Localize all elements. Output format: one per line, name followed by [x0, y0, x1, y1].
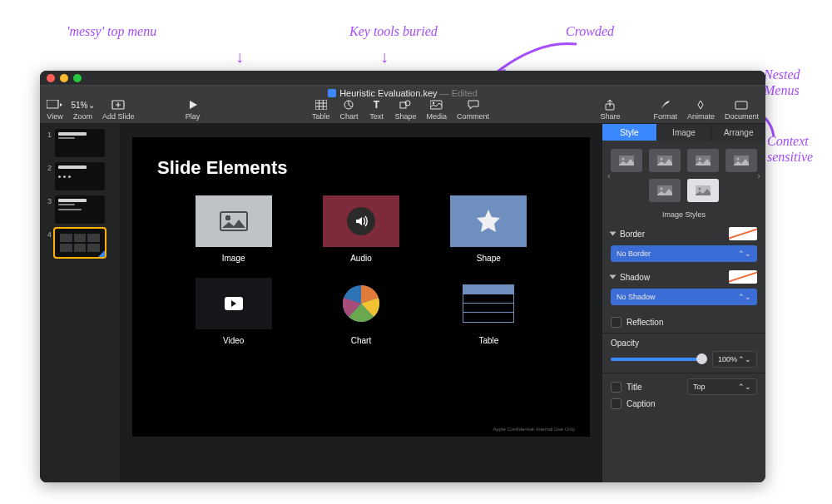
- titlebar: [40, 71, 765, 86]
- chevron-left-icon[interactable]: ‹: [607, 170, 611, 180]
- style-swatch[interactable]: [649, 179, 681, 202]
- svg-rect-0: [47, 100, 58, 108]
- chevron-updown-icon: ⌃⌄: [738, 293, 751, 301]
- element-image[interactable]: Image: [196, 195, 272, 263]
- image-styles: ‹ ›: [602, 141, 765, 205]
- svg-rect-6: [430, 101, 442, 109]
- add-slide-button[interactable]: Add Slide: [102, 99, 135, 121]
- opacity-slider[interactable]: [611, 358, 707, 361]
- annotation: Nested Menus: [764, 67, 800, 98]
- svg-rect-2: [315, 100, 327, 110]
- svg-point-12: [225, 215, 230, 220]
- disclosure-icon[interactable]: [610, 232, 617, 236]
- element-chart[interactable]: Chart: [323, 278, 399, 345]
- canvas[interactable]: Slide Elements Image Audio: [120, 124, 602, 482]
- element-video[interactable]: Video: [196, 278, 272, 345]
- svg-point-17: [661, 158, 663, 161]
- slide-thumbnail[interactable]: 2: [45, 162, 115, 190]
- animate-icon: [692, 99, 709, 111]
- view-icon: [47, 99, 63, 111]
- image-icon: [196, 195, 272, 247]
- annotation: Key tools buried: [349, 23, 438, 39]
- svg-point-21: [737, 158, 740, 161]
- tab-arrange[interactable]: Arrange: [711, 124, 765, 141]
- close-window-button[interactable]: [47, 74, 55, 82]
- zoom-value: 51% ⌄: [75, 99, 92, 111]
- slide-thumbnail[interactable]: 4: [45, 229, 115, 257]
- element-table[interactable]: Table: [450, 278, 527, 345]
- svg-point-23: [661, 188, 663, 190]
- inspector-tabs: Style Image Arrange: [602, 124, 765, 141]
- style-swatch[interactable]: [726, 149, 757, 172]
- checkbox-icon[interactable]: [611, 317, 622, 328]
- title-checkbox-row[interactable]: Title Top⌃⌄: [611, 378, 757, 395]
- zoom-button[interactable]: 51% ⌄ Zoom: [73, 99, 92, 121]
- plus-icon: [110, 99, 126, 111]
- insert-shape-button[interactable]: Shape: [394, 99, 416, 121]
- chart-icon: [340, 99, 357, 111]
- document-inspector-button[interactable]: Document: [725, 99, 759, 121]
- opacity-label: Opacity: [611, 338, 757, 348]
- audio-icon: [323, 195, 399, 247]
- slide[interactable]: Slide Elements Image Audio: [132, 137, 590, 437]
- view-button[interactable]: View: [47, 99, 63, 121]
- share-button[interactable]: Share: [600, 99, 620, 121]
- checkbox-icon[interactable]: [611, 398, 622, 409]
- checkbox-icon[interactable]: [611, 382, 622, 393]
- annotation: Crowded: [566, 23, 614, 39]
- element-shape[interactable]: Shape: [450, 195, 527, 263]
- opacity-value[interactable]: 100%⌃⌄: [712, 351, 757, 368]
- style-swatch[interactable]: [687, 179, 719, 202]
- minimize-window-button[interactable]: [60, 74, 68, 82]
- disclosure-icon[interactable]: [610, 275, 617, 279]
- reflection-checkbox-row[interactable]: Reflection: [611, 317, 757, 328]
- insert-media-button[interactable]: Media: [426, 99, 447, 121]
- element-audio[interactable]: Audio: [323, 195, 399, 263]
- border-color-swatch[interactable]: [729, 227, 757, 240]
- insert-comment-button[interactable]: Comment: [457, 99, 489, 121]
- style-swatch[interactable]: [611, 149, 642, 172]
- play-icon: [185, 99, 201, 111]
- insert-chart-button[interactable]: Chart: [339, 99, 358, 121]
- insert-table-button[interactable]: Table: [312, 99, 330, 121]
- shape-icon: [397, 99, 414, 111]
- insert-text-button[interactable]: T Text: [368, 99, 384, 121]
- video-icon: [196, 278, 272, 329]
- arrow-icon: ↓: [380, 48, 389, 65]
- animate-inspector-button[interactable]: Animate: [687, 99, 715, 121]
- svg-point-7: [433, 102, 434, 104]
- chevron-right-icon[interactable]: ›: [757, 170, 760, 180]
- format-inspector-button[interactable]: Format: [653, 99, 677, 121]
- arrow-icon: ↓: [235, 48, 244, 65]
- border-label: Border: [620, 230, 724, 239]
- format-icon: [657, 99, 674, 111]
- svg-point-15: [622, 158, 625, 161]
- table-icon: [313, 99, 329, 111]
- pie-chart-icon: [323, 278, 399, 329]
- tab-style[interactable]: Style: [602, 124, 657, 141]
- tab-image[interactable]: Image: [657, 124, 712, 141]
- border-select[interactable]: No Border⌃⌄: [611, 245, 757, 262]
- star-icon: [450, 195, 527, 247]
- chevron-updown-icon: ⌃⌄: [738, 250, 751, 258]
- table-icon: [450, 278, 527, 329]
- title-position-select[interactable]: Top⌃⌄: [687, 378, 757, 395]
- shadow-color-swatch[interactable]: [729, 270, 757, 284]
- skipped-slide-icon: [98, 250, 105, 257]
- image-styles-label: Image Styles: [602, 210, 765, 219]
- maximize-window-button[interactable]: [73, 74, 82, 82]
- shadow-select[interactable]: No Shadow⌃⌄: [611, 289, 757, 305]
- document-icon: [733, 99, 750, 111]
- annotation: 'messy' top menu: [67, 23, 156, 39]
- slide-thumbnail[interactable]: 3: [45, 195, 115, 224]
- play-button[interactable]: Play: [185, 99, 201, 121]
- caption-checkbox-row[interactable]: Caption: [611, 398, 757, 409]
- slide-thumbnail[interactable]: 1: [45, 129, 115, 157]
- slide-navigator[interactable]: 1 2 3 4: [40, 124, 120, 482]
- media-icon: [428, 99, 445, 111]
- svg-rect-9: [735, 101, 747, 109]
- style-swatch[interactable]: [649, 149, 681, 172]
- style-swatch[interactable]: [687, 149, 719, 172]
- inspector-panel: Style Image Arrange ‹ › Image Styles Bor…: [602, 124, 765, 482]
- slide-title[interactable]: Slide Elements: [157, 157, 288, 179]
